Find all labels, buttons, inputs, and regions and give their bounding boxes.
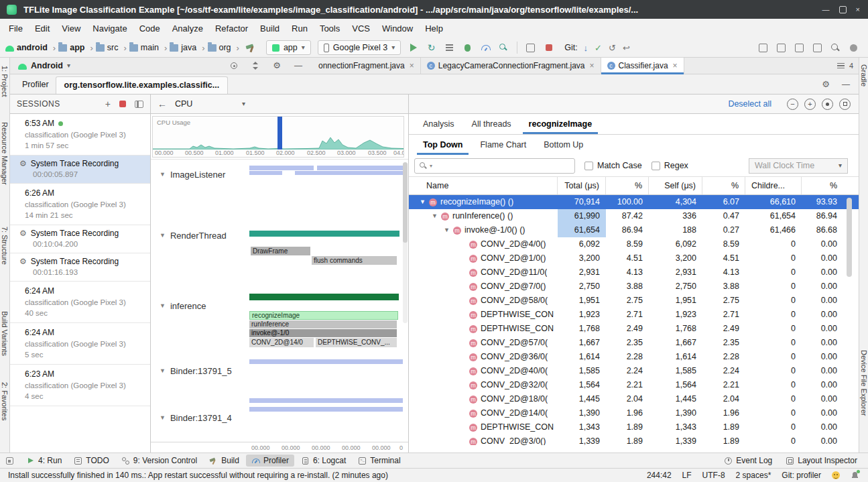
menu-item[interactable]: Edit	[29, 21, 56, 36]
thread-row-binder4[interactable]: Binder:13791_4	[160, 413, 232, 423]
session-item[interactable]: System Trace Recording 00:01:16.193	[10, 253, 150, 282]
tab-list-icon[interactable]	[836, 61, 846, 70]
table-row[interactable]: CONV_2D@4/0() 6,092 8.59 6,092 8.59 0 0.…	[409, 237, 859, 251]
minimize-icon[interactable]	[822, 6, 830, 13]
column-header[interactable]: %	[802, 177, 843, 194]
analysis-subtab[interactable]: Bottom Up	[535, 135, 592, 155]
tool-stripe-button[interactable]: 1: Project	[1, 66, 9, 97]
breadcrumb-item[interactable]: org	[208, 43, 242, 53]
column-header[interactable]: %	[702, 177, 745, 194]
breadcrumb-item[interactable]: android	[5, 43, 58, 53]
file-encoding[interactable]: UTF-8	[702, 471, 725, 480]
collapse-thread-icon[interactable]	[160, 368, 166, 374]
table-row[interactable]: CONV_2D@58/0( 1,951 2.75 1,951 2.75 0 0.…	[409, 294, 859, 308]
menu-item[interactable]: File	[3, 21, 29, 36]
run-config-dropdown[interactable]: app	[266, 40, 311, 55]
device-manager-icon[interactable]	[525, 42, 536, 54]
profiler-settings-gear-icon[interactable]	[821, 80, 830, 89]
tool-stripe-button[interactable]: Device File Explorer	[860, 350, 868, 416]
git-branch[interactable]: Git: profiler	[782, 471, 821, 480]
session-item[interactable]: System Trace Recording 00:10:04.200	[10, 225, 150, 253]
trace-bar-drawframe[interactable]: DrawFrame	[251, 247, 310, 255]
tab-profiler-session[interactable]: org.tensorflow.lite.examples.classific..…	[56, 76, 229, 94]
editor-tab[interactable]: onnectionFragment.java	[312, 58, 421, 74]
reset-zoom-icon[interactable]	[822, 99, 833, 110]
tool-stripe-button[interactable]: Resource Manager	[1, 122, 9, 185]
menu-item[interactable]: Window	[376, 21, 419, 36]
session-item[interactable]: System Trace Recording 00:00:05.897	[10, 156, 150, 184]
menu-item[interactable]: Build	[254, 21, 286, 36]
match-case-checkbox[interactable]	[584, 162, 593, 170]
tool-window-button[interactable]: Profiler	[246, 455, 294, 467]
column-header[interactable]: Childre...	[745, 177, 802, 194]
table-row[interactable]: DEPTHWISE_CON 1,923 2.71 1,923 2.71 0 0.…	[409, 308, 859, 322]
analysis-tab[interactable]: All threads	[463, 114, 520, 134]
table-row[interactable]: CONV_2D@18/0( 1,445 2.04 1,445 2.04 0 0.…	[409, 392, 859, 406]
menu-item[interactable]: Navigate	[86, 21, 133, 36]
table-row[interactable]: CONV_2D@40/0( 1,585 2.24 1,585 2.24 0 0.…	[409, 364, 859, 378]
trace-bar[interactable]	[249, 231, 399, 237]
sync-project-icon[interactable]	[757, 42, 769, 54]
trace-bar[interactable]	[249, 407, 403, 412]
menu-item[interactable]: Help	[419, 21, 449, 36]
trace-bar-invoke[interactable]: invoke@-1/0	[249, 329, 397, 337]
tool-stripe-button[interactable]: Build Variants	[1, 311, 9, 356]
tool-window-button[interactable]: 4: Run	[21, 455, 67, 467]
trace-bar-flush-commands[interactable]: flush commands	[312, 256, 397, 265]
collapse-all-icon[interactable]	[251, 61, 260, 70]
trace-bar-depthwise[interactable]: DEPTHWISE_CONV_...	[316, 338, 397, 347]
column-header[interactable]: Self (μs)	[649, 177, 702, 194]
tool-window-button[interactable]: Build	[204, 455, 245, 467]
tool-window-switcher-icon[interactable]	[5, 457, 14, 465]
table-row[interactable]: CONV_2D@7/0() 2,750 3.88 2,750 3.88 0 0.…	[409, 280, 859, 294]
menu-item[interactable]: Refactor	[209, 21, 254, 36]
menu-item[interactable]: View	[56, 21, 86, 36]
menu-item[interactable]: Tools	[314, 21, 346, 36]
analysis-tab[interactable]: Analysis	[414, 114, 463, 134]
tool-stripe-button[interactable]: 2: Favorites	[1, 382, 9, 420]
trace-bar-conv2d[interactable]: CONV_2D@14/0	[249, 338, 314, 347]
column-header[interactable]: Name	[409, 177, 558, 194]
table-row[interactable]: CONV_2D@14/0( 1,390 1.96 1,390 1.96 0 0.…	[409, 406, 859, 420]
close-tab-icon[interactable]	[590, 62, 595, 70]
breadcrumb-item[interactable]: app	[58, 43, 96, 53]
tool-window-button[interactable]: Event Log	[719, 455, 778, 467]
profile-button[interactable]	[480, 42, 491, 54]
regex-checkbox[interactable]	[652, 162, 660, 170]
trace-bar[interactable]	[249, 171, 282, 175]
close-icon[interactable]	[856, 6, 860, 13]
editor-tab[interactable]: LegacyCameraConnectionFragment.java	[421, 58, 601, 74]
table-row[interactable]: ▼ invoke@-1/0() () 61,654 86.94 188 0.27…	[409, 223, 859, 237]
cpu-usage-chart[interactable]: CPU Usage 00.00000.50001.00001.50002.000…	[152, 116, 404, 158]
deselect-all-link[interactable]: Deselect all	[728, 99, 771, 109]
timeline-selection[interactable]	[277, 117, 282, 149]
collapse-sessions-icon[interactable]	[135, 101, 143, 108]
back-icon[interactable]	[158, 99, 167, 109]
trace-bar-runinference[interactable]: runInference	[249, 320, 397, 328]
tool-window-button[interactable]: Layout Inspector	[780, 455, 863, 467]
column-header[interactable]: %	[606, 177, 649, 194]
collapse-thread-icon[interactable]	[160, 233, 166, 239]
collapse-thread-icon[interactable]	[160, 172, 166, 178]
table-row[interactable]: CONV_2D@1/0() 3,200 4.51 3,200 4.51 0 0.…	[409, 251, 859, 265]
profile-avatar-icon[interactable]	[848, 42, 859, 54]
session-item[interactable]: 6:23 AM classification (Google Pixel 3) …	[10, 365, 150, 406]
menu-item[interactable]: Run	[286, 21, 314, 36]
table-row[interactable]: CONV_2D@11/0( 2,931 4.13 2,931 4.13 0 0.…	[409, 265, 859, 280]
git-history-button[interactable]	[623, 44, 630, 52]
maximize-icon[interactable]	[839, 6, 847, 13]
breadcrumb-item[interactable]: src	[96, 43, 129, 53]
trace-bar-recognizeimage[interactable]: recognizeImage	[249, 311, 398, 320]
zoom-to-selection-icon[interactable]	[839, 99, 851, 110]
close-tab-icon[interactable]	[410, 62, 414, 70]
expand-icon[interactable]: ▼	[420, 195, 429, 209]
filter-input[interactable]	[414, 158, 575, 174]
attach-debugger-button[interactable]	[498, 42, 509, 54]
close-tab-icon[interactable]	[673, 62, 678, 70]
tool-stripe-button[interactable]: 7: Structure	[1, 227, 9, 265]
table-row[interactable]: DEPTHWISE_CON 1,768 2.49 1,768 2.49 0 0.…	[409, 322, 859, 336]
tool-window-button[interactable]: 6: Logcat	[296, 455, 351, 467]
settings-gear-icon[interactable]	[272, 61, 282, 70]
new-session-icon[interactable]	[105, 99, 111, 109]
column-header[interactable]: Total (μs)	[558, 177, 606, 194]
